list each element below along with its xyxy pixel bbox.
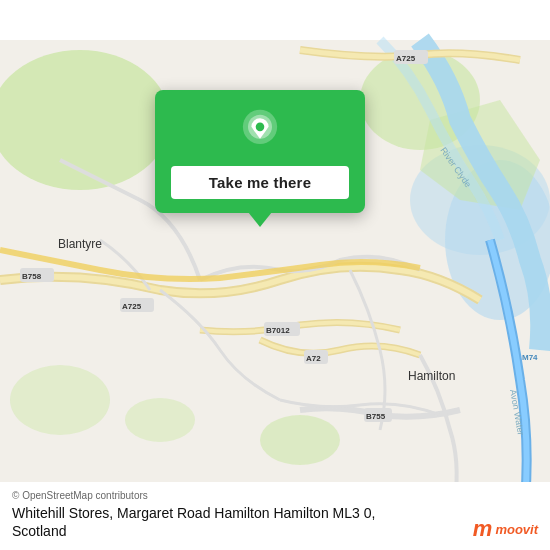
svg-point-30	[256, 123, 265, 132]
bottom-bar: © OpenStreetMap contributors Whitehill S…	[0, 482, 550, 550]
svg-point-25	[125, 398, 195, 442]
take-me-there-button[interactable]: Take me there	[171, 166, 349, 199]
svg-text:A72: A72	[306, 354, 321, 363]
svg-point-24	[260, 415, 340, 465]
popup-card: Take me there	[155, 90, 365, 213]
location-pin-icon	[236, 108, 284, 156]
moovit-logo: m moovit	[473, 518, 538, 540]
svg-text:B7012: B7012	[266, 326, 290, 335]
svg-text:B755: B755	[366, 412, 386, 421]
map-background: River Clyde M74 B758	[0, 0, 550, 550]
location-name: Whitehill Stores, Margaret Road Hamilton…	[12, 504, 392, 540]
moovit-m-letter: m	[473, 518, 493, 540]
svg-point-26	[10, 365, 110, 435]
map-attribution: © OpenStreetMap contributors	[12, 490, 463, 501]
svg-text:Hamilton: Hamilton	[408, 369, 455, 383]
svg-text:A725: A725	[396, 54, 416, 63]
svg-text:B758: B758	[22, 272, 42, 281]
svg-text:A725: A725	[122, 302, 142, 311]
map-container: River Clyde M74 B758	[0, 0, 550, 550]
svg-text:Blantyre: Blantyre	[58, 237, 102, 251]
bottom-info: © OpenStreetMap contributors Whitehill S…	[12, 490, 463, 540]
svg-text:M74: M74	[522, 353, 538, 362]
moovit-wordmark: moovit	[495, 522, 538, 537]
